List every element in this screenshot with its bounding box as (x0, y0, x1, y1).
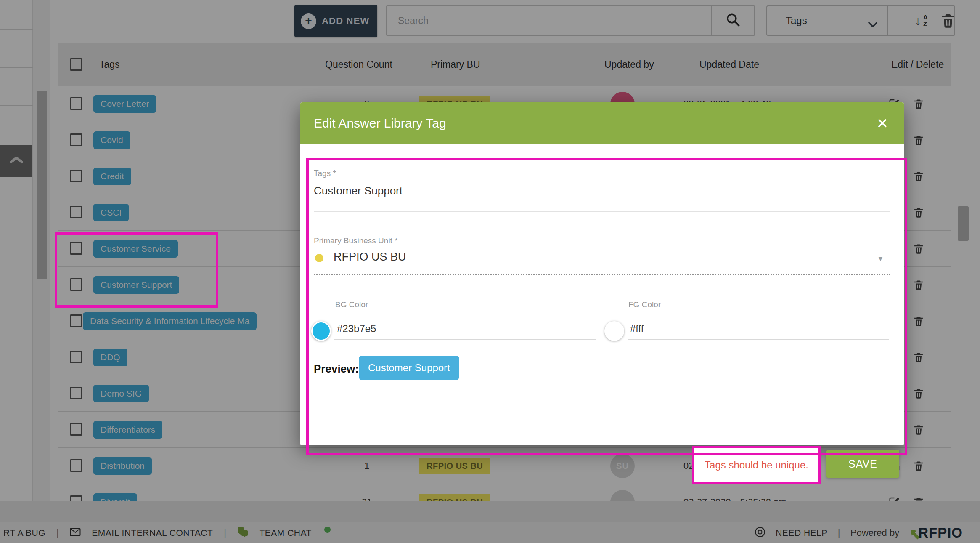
save-button[interactable]: SAVE (826, 450, 899, 478)
bu-color-dot (315, 254, 323, 262)
primary-bu-select[interactable]: RFPIO US BU (334, 250, 406, 264)
preview-label: Preview: (314, 362, 359, 375)
tags-input[interactable]: Customer Support (314, 184, 403, 197)
annotation-box-error: Tags should be unique. (692, 446, 821, 484)
fg-color-input[interactable]: #fff (630, 323, 644, 335)
caret-down-icon: ▼ (877, 255, 884, 263)
error-message: Tags should be unique. (705, 459, 808, 471)
bg-color-label: BG Color (335, 300, 368, 309)
field-underline (314, 211, 890, 212)
modal-header: Edit Answer Library Tag ✕ (300, 102, 904, 144)
fg-color-swatch[interactable] (604, 321, 624, 341)
dotted-underline (314, 274, 890, 275)
modal-title: Edit Answer Library Tag (314, 116, 446, 130)
edit-tag-modal: Edit Answer Library Tag ✕ Tags * Custome… (300, 102, 904, 445)
field-underline (628, 339, 889, 340)
bg-color-swatch[interactable] (311, 321, 331, 341)
tags-field-label: Tags * (314, 169, 336, 178)
field-underline (334, 339, 596, 340)
primary-bu-label: Primary Business Unit * (314, 236, 398, 245)
bg-color-input[interactable]: #23b7e5 (337, 323, 376, 335)
modal-body: Tags * Customer Support Primary Business… (300, 144, 904, 445)
preview-tag-chip: Customer Support (359, 356, 459, 380)
close-icon[interactable]: ✕ (877, 116, 889, 130)
app-root: + ADD NEW Tags ↓ AZ Tags Question Count (0, 0, 980, 543)
fg-color-label: FG Color (628, 300, 661, 309)
